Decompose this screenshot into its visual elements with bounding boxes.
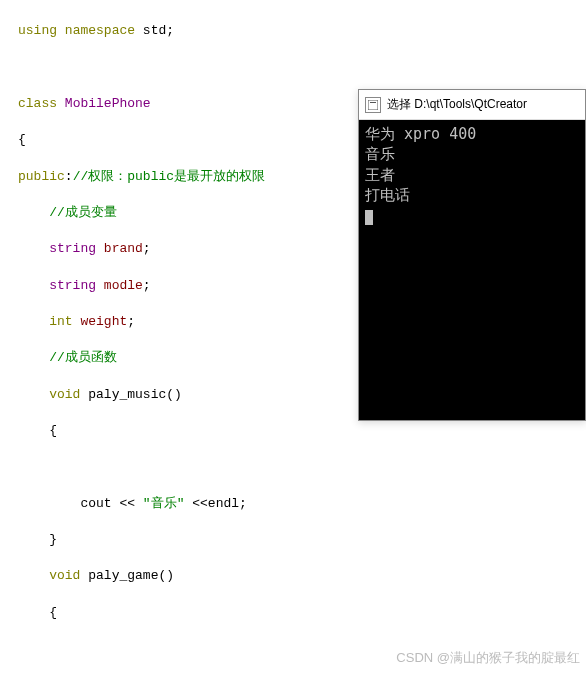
console-window[interactable]: 选择 D:\qt\Tools\QtCreator 华为 xpro 400 音乐 …	[358, 89, 586, 421]
console-app-icon	[365, 97, 381, 113]
svg-rect-1	[370, 102, 376, 103]
console-titlebar[interactable]: 选择 D:\qt\Tools\QtCreator	[359, 90, 585, 120]
console-title-text: 选择 D:\qt\Tools\QtCreator	[387, 96, 527, 113]
console-cursor	[365, 210, 373, 225]
svg-rect-0	[368, 100, 378, 110]
console-output: 华为 xpro 400 音乐 王者 打电话	[359, 120, 585, 420]
